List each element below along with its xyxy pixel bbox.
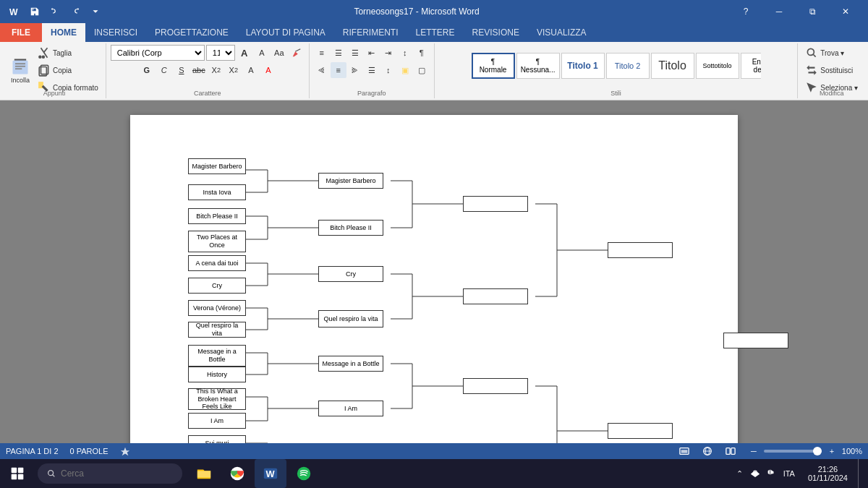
- taskbar-spotify[interactable]: [288, 459, 320, 488]
- svg-rect-77: [726, 448, 730, 455]
- svg-text:W: W: [9, 7, 18, 17]
- justify-button[interactable]: ☰: [364, 62, 380, 78]
- font-selector[interactable]: Calibri (Corp: [111, 45, 205, 61]
- ribbon: FILE HOME INSERISCI PROGETTAZIONE LAYOUT…: [0, 23, 868, 100]
- bold-button[interactable]: G: [139, 62, 155, 78]
- font-size-selector[interactable]: 11: [206, 45, 235, 61]
- help-button[interactable]: ?: [729, 0, 762, 23]
- cut-button[interactable]: Taglia: [35, 45, 101, 61]
- italic-button[interactable]: C: [156, 62, 172, 78]
- r1-box-2: Insta Iova: [188, 184, 246, 200]
- superscript-button[interactable]: X2: [226, 62, 242, 78]
- paste-button[interactable]: Incolla: [7, 51, 33, 89]
- multilevel-button[interactable]: ☰: [347, 45, 363, 61]
- tab-layout[interactable]: LAYOUT DI PAGINA: [237, 23, 334, 42]
- r2-box-5: Message in a Bottle: [318, 356, 383, 372]
- find-button[interactable]: Trova ▾: [802, 45, 861, 61]
- system-clock[interactable]: 21:26 01/11/2024: [802, 465, 854, 482]
- highlight-button[interactable]: A: [243, 62, 259, 78]
- svg-rect-78: [731, 448, 735, 455]
- print-view-button[interactable]: [677, 445, 692, 458]
- web-view-button[interactable]: [700, 445, 715, 458]
- tab-lettere[interactable]: LETTERE: [407, 23, 464, 42]
- taskbar-search-input[interactable]: [61, 468, 162, 479]
- decrease-indent-button[interactable]: ⇤: [364, 45, 380, 61]
- r2-box-2: Bitch Please II: [318, 220, 383, 236]
- tab-visualizza[interactable]: VISUALIZZA: [528, 23, 595, 42]
- tab-home[interactable]: HOME: [42, 23, 85, 42]
- tray-up-arrow[interactable]: ⌃: [733, 469, 746, 479]
- tab-inserisci[interactable]: INSERISCI: [85, 23, 146, 42]
- border-button[interactable]: ▢: [414, 62, 430, 78]
- strikethrough-button[interactable]: abc: [191, 62, 207, 78]
- increase-indent-button[interactable]: ⇥: [380, 45, 396, 61]
- customize-qa-button[interactable]: [87, 3, 104, 20]
- replace-button[interactable]: Sostituisci: [802, 62, 861, 78]
- show-desktop-button[interactable]: [858, 459, 862, 488]
- word-icon: W: [6, 3, 23, 20]
- style-nessuna[interactable]: ¶ Nessuna...: [516, 53, 560, 79]
- r1-box-6: Cry: [188, 278, 246, 294]
- align-right-button[interactable]: ⫸: [347, 62, 363, 78]
- case-button[interactable]: Aa: [271, 45, 287, 61]
- save-qa-button[interactable]: [26, 3, 43, 20]
- style-enfasi[interactable]: Enfasi deli...: [741, 53, 761, 79]
- group-modifica: Trova ▾ Sostituisci Seleziona ▾ Modifica: [798, 43, 865, 98]
- show-marks-button[interactable]: ¶: [414, 45, 430, 61]
- underline-button[interactable]: S: [174, 62, 190, 78]
- line-spacing-button[interactable]: ↕: [380, 62, 396, 78]
- color-button[interactable]: A: [260, 62, 276, 78]
- zoom-slider-track[interactable]: [764, 450, 822, 453]
- style-sottotitolo[interactable]: Sottotitolo: [696, 53, 739, 79]
- read-mode-button[interactable]: [723, 445, 738, 458]
- font-grow-button[interactable]: A: [237, 45, 252, 61]
- align-center-button[interactable]: ≡: [331, 62, 346, 78]
- align-left-button[interactable]: ⫷: [314, 62, 330, 78]
- minimize-button[interactable]: ─: [762, 0, 796, 23]
- r2-box-4: Quel respiro la vita: [318, 310, 383, 328]
- system-tray: ⌃ ITA 21:26 01/11/2024: [733, 459, 868, 488]
- font-shrink-button[interactable]: A: [254, 45, 270, 61]
- taskbar-word[interactable]: W: [255, 459, 286, 488]
- redo-qa-button[interactable]: [67, 3, 84, 20]
- taskbar-chrome[interactable]: [221, 459, 253, 488]
- restore-button[interactable]: ⧉: [796, 0, 829, 23]
- bracket-lines: [188, 158, 680, 443]
- style-normale[interactable]: ¶ Normale: [472, 53, 515, 79]
- appunti-label: Appunti: [43, 90, 66, 97]
- tab-revisione[interactable]: REVISIONE: [464, 23, 528, 42]
- copy-button[interactable]: Copia: [35, 62, 101, 78]
- style-titolo1[interactable]: Titolo 1: [561, 53, 605, 79]
- r5-box-1: [723, 333, 788, 348]
- r1-box-12: I Am: [188, 413, 246, 429]
- tray-volume-icon[interactable]: [765, 467, 778, 480]
- taskbar-search[interactable]: [38, 463, 182, 484]
- title-left: W: [6, 3, 104, 20]
- tray-language[interactable]: ITA: [780, 468, 798, 479]
- clear-format-button[interactable]: [289, 45, 305, 61]
- tab-file[interactable]: FILE: [0, 23, 42, 42]
- tab-riferimenti[interactable]: RIFERIMENTI: [334, 23, 407, 42]
- zoom-in-button[interactable]: +: [825, 445, 839, 458]
- svg-rect-3: [15, 63, 25, 64]
- start-button[interactable]: [0, 459, 35, 488]
- document-area[interactable]: Magister Barbero Insta Iova Bitch Please…: [0, 100, 868, 443]
- style-titolo2[interactable]: Titolo 2: [606, 53, 650, 79]
- bullets-button[interactable]: ≡: [314, 45, 330, 61]
- tray-network-icon[interactable]: [749, 467, 762, 480]
- taskbar-file-explorer[interactable]: [188, 459, 220, 488]
- sort-button[interactable]: ↕: [397, 45, 413, 61]
- tab-progettazione[interactable]: PROGETTAZIONE: [146, 23, 237, 42]
- numbering-button[interactable]: ☰: [331, 45, 346, 61]
- proofing-icon[interactable]: [120, 446, 130, 456]
- undo-qa-button[interactable]: [46, 3, 64, 20]
- bracket-container: Magister Barbero Insta Iova Bitch Please…: [188, 158, 680, 443]
- r2-box-6: I Am: [318, 401, 383, 416]
- zoom-controls: ─ + 100%: [746, 445, 862, 458]
- zoom-out-button[interactable]: ─: [746, 445, 761, 458]
- shading-button[interactable]: ▣: [397, 62, 413, 78]
- subscript-button[interactable]: X2: [208, 62, 224, 78]
- close-button[interactable]: ✕: [829, 0, 862, 23]
- style-titolo[interactable]: Titolo: [651, 53, 694, 79]
- r3-box-3: [463, 378, 528, 394]
